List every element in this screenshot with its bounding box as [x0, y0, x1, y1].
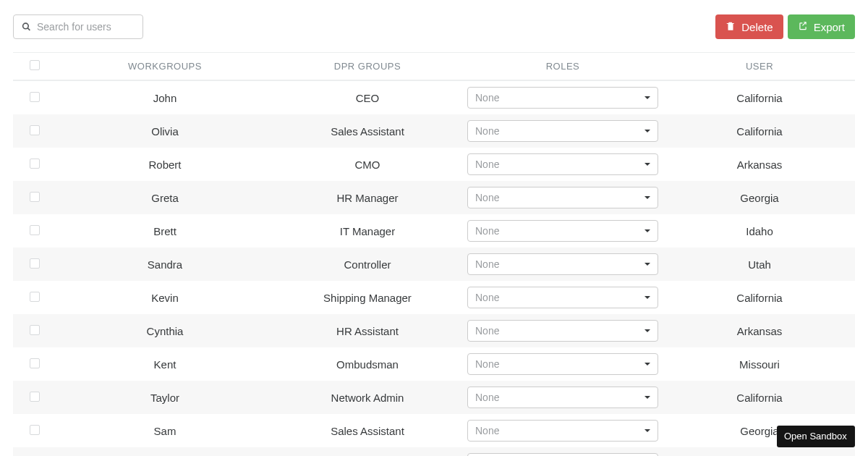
cell-dpr: IT Manager — [273, 214, 461, 248]
row-checkbox[interactable] — [30, 258, 40, 269]
role-select[interactable]: None — [467, 253, 658, 275]
cell-user: Utah — [664, 248, 855, 281]
row-checkbox[interactable] — [30, 425, 40, 435]
search-icon — [22, 22, 31, 32]
row-checkbox[interactable] — [30, 325, 40, 335]
row-checkbox[interactable] — [30, 225, 40, 235]
cell-workgroup: Sam — [56, 414, 273, 447]
svg-line-1 — [27, 28, 30, 30]
export-icon — [798, 21, 808, 33]
role-select-placeholder: None — [475, 258, 499, 270]
cell-workgroup: Cynthia — [56, 314, 273, 347]
row-checkbox[interactable] — [30, 392, 40, 402]
select-all-checkbox[interactable] — [30, 60, 40, 70]
role-select-placeholder: None — [475, 325, 499, 337]
cell-user: Idaho — [664, 214, 855, 248]
row-checkbox-cell — [13, 414, 56, 447]
delete-button[interactable]: Delete — [715, 14, 783, 39]
role-select-placeholder: None — [475, 192, 499, 203]
cell-roles: None — [461, 281, 664, 314]
open-sandbox-button[interactable]: Open Sandbox — [777, 426, 855, 447]
role-select[interactable]: None — [467, 453, 658, 456]
users-table: WORKGROUPS DPR GROUPS ROLES USER JohnCEO… — [13, 52, 855, 456]
row-checkbox-cell — [13, 80, 56, 114]
trash-icon — [726, 21, 736, 33]
cell-dpr: Network Admin — [273, 381, 461, 414]
cell-dpr: Ombudsman — [273, 347, 461, 381]
row-checkbox-cell — [13, 381, 56, 414]
cell-user: California — [664, 114, 855, 148]
table-row: SamSales AssistantNoneGeorgia — [13, 414, 855, 447]
chevron-down-icon — [644, 229, 650, 232]
cell-workgroup: Robert — [56, 148, 273, 181]
cell-workgroup: Kelly — [56, 447, 273, 456]
row-checkbox-cell — [13, 114, 56, 148]
chevron-down-icon — [644, 363, 650, 366]
row-checkbox[interactable] — [30, 92, 40, 102]
role-select[interactable]: None — [467, 220, 658, 242]
col-header-user[interactable]: USER — [664, 53, 855, 81]
role-select-placeholder: None — [475, 225, 499, 237]
cell-workgroup: Taylor — [56, 381, 273, 414]
role-select[interactable]: None — [467, 87, 658, 109]
cell-dpr: CEO — [273, 80, 461, 114]
cell-workgroup: Kent — [56, 347, 273, 381]
cell-user: Missouri — [664, 347, 855, 381]
cell-dpr: Controller — [273, 248, 461, 281]
role-select[interactable]: None — [467, 353, 658, 375]
chevron-down-icon — [644, 396, 650, 399]
cell-user: California — [664, 80, 855, 114]
table-row: SandraControllerNoneUtah — [13, 248, 855, 281]
row-checkbox[interactable] — [30, 159, 40, 169]
chevron-down-icon — [644, 130, 650, 132]
cell-dpr: Shipping Manager — [273, 281, 461, 314]
role-select[interactable]: None — [467, 287, 658, 308]
row-checkbox[interactable] — [30, 192, 40, 202]
table-row: KellySupport AssistantNoneCalifornia — [13, 447, 855, 456]
col-header-roles[interactable]: ROLES — [461, 53, 664, 81]
role-select-placeholder: None — [475, 125, 499, 137]
role-select[interactable]: None — [467, 320, 658, 342]
toolbar: Delete Export — [13, 14, 855, 39]
table-header-row: WORKGROUPS DPR GROUPS ROLES USER — [13, 53, 855, 81]
role-select-placeholder: None — [475, 159, 499, 170]
chevron-down-icon — [644, 96, 650, 99]
row-checkbox-cell — [13, 347, 56, 381]
cell-user: California — [664, 281, 855, 314]
export-button[interactable]: Export — [788, 14, 855, 39]
cell-dpr: CMO — [273, 148, 461, 181]
cell-dpr: Sales Assistant — [273, 414, 461, 447]
role-select[interactable]: None — [467, 387, 658, 408]
role-select-placeholder: None — [475, 292, 499, 303]
col-header-workgroups[interactable]: WORKGROUPS — [56, 53, 273, 81]
role-select[interactable]: None — [467, 153, 658, 175]
role-select[interactable]: None — [467, 420, 658, 442]
cell-dpr: HR Manager — [273, 181, 461, 214]
cell-roles: None — [461, 414, 664, 447]
cell-user: Arkansas — [664, 314, 855, 347]
role-select[interactable]: None — [467, 120, 658, 142]
cell-roles: None — [461, 248, 664, 281]
table-row: OliviaSales AssistantNoneCalifornia — [13, 114, 855, 148]
role-select[interactable]: None — [467, 187, 658, 208]
row-checkbox[interactable] — [30, 125, 40, 135]
row-checkbox[interactable] — [30, 292, 40, 302]
cell-roles: None — [461, 347, 664, 381]
cell-roles: None — [461, 447, 664, 456]
cell-roles: None — [461, 148, 664, 181]
cell-dpr: HR Assistant — [273, 314, 461, 347]
row-checkbox[interactable] — [30, 358, 40, 368]
row-checkbox-cell — [13, 314, 56, 347]
table-row: TaylorNetwork AdminNoneCalifornia — [13, 381, 855, 414]
cell-workgroup: Olivia — [56, 114, 273, 148]
row-checkbox-cell — [13, 214, 56, 248]
table-row: GretaHR ManagerNoneGeorgia — [13, 181, 855, 214]
chevron-down-icon — [644, 196, 650, 199]
svg-point-0 — [23, 23, 29, 29]
open-sandbox-label: Open Sandbox — [784, 431, 847, 442]
action-buttons: Delete Export — [715, 14, 855, 39]
search-input[interactable] — [13, 14, 143, 39]
cell-roles: None — [461, 114, 664, 148]
col-header-dpr[interactable]: DPR GROUPS — [273, 53, 461, 81]
cell-workgroup: Kevin — [56, 281, 273, 314]
